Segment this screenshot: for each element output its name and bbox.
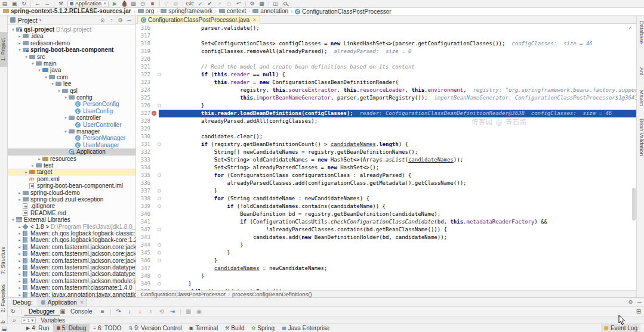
tree-item[interactable]: ▾External Libraries [8,216,136,223]
project-panel-title[interactable]: Project [18,17,38,24]
breakpoint-icon[interactable]: ✓ [152,111,156,116]
tree-item[interactable]: ▸spring-cloud-demo [8,190,136,196]
history-icon[interactable]: ◷ [224,0,234,8]
fold-marker-icon[interactable] [158,282,161,286]
chevron-down-icon[interactable]: ▾ [30,60,36,67]
fold-marker-icon[interactable] [158,243,161,247]
chevron-right-icon[interactable]: ▸ [17,250,23,257]
status-bar-item-javaee[interactable]: ▦Java Enterprise [278,324,333,332]
chevron-down-icon[interactable]: ▾ [56,88,62,94]
editor-breadcrumb-item[interactable]: processConfigBeanDefinitions() [232,291,312,297]
chevron-down-icon[interactable]: ▾ [10,26,16,33]
run-to-cursor-icon[interactable]: ⇥ [167,308,178,315]
status-bar-item-spring[interactable]: ✿Spring [248,324,279,332]
project-structure-icon[interactable]: ▦ [257,0,267,8]
git-update-icon[interactable]: ↙ [196,0,205,8]
attach-debugger-icon[interactable]: ▽ [162,0,171,8]
chevron-right-icon[interactable]: ▸ [17,264,23,271]
tree-item[interactable]: UserManager [8,142,136,148]
tree-item[interactable]: UserConfig [8,108,136,114]
tree-item[interactable]: PersonManager [8,135,136,141]
debug-session-tab[interactable]: Application ✕ [38,299,88,306]
stop-button[interactable]: ■ [148,0,158,8]
drop-frame-icon[interactable]: ⟲ [156,308,167,315]
coverage-button[interactable]: ▨ [129,0,138,8]
restore-layout-icon[interactable]: ⊞ [633,308,644,315]
chevron-down-icon[interactable]: ▾ [63,94,69,101]
fold-marker-icon[interactable] [158,228,161,231]
inspection-status-icon[interactable]: ✓ [628,25,631,30]
chevron-right-icon[interactable]: ▸ [17,190,23,196]
status-bar-item-todo[interactable]: ≡6: TODO [90,324,125,332]
chevron-down-icon[interactable]: ▾ [17,46,23,53]
tree-item[interactable]: ▾spring-boot-bean-component [8,46,136,53]
tree-item[interactable]: ▸spring-cloud-zuul-exception [8,196,136,203]
editor-tab[interactable]: ConfigurationClassPostProcessor.java ✕ [137,15,260,24]
collapse-all-icon[interactable]: ÷ [107,17,116,23]
tree-item[interactable]: ▸resources [8,156,136,162]
status-bar-item-debug[interactable]: 5: Debug [53,324,90,332]
chevron-right-icon[interactable]: ▸ [17,244,23,250]
chevron-right-icon[interactable]: ▸ [17,278,23,284]
fold-marker-icon[interactable] [158,104,161,107]
sync-icon[interactable]: ↻ [19,0,29,8]
tree-item[interactable]: ▸test [8,162,136,169]
breadcrumb-item[interactable]: context [219,8,246,14]
fold-marker-icon[interactable] [158,73,161,76]
status-bar-item-build[interactable]: ⚒Build [221,324,248,332]
chevron-right-icon[interactable]: ▸ [17,40,23,46]
tab-console[interactable]: Console [66,307,97,316]
tree-item[interactable]: spring-boot-bean-component.iml [8,182,136,189]
breadcrumb-item[interactable]: ConfigurationClassPostProcessor [295,8,392,15]
tree-item[interactable]: .gitignore [8,203,136,209]
gear-icon[interactable]: ⚙ [116,17,125,23]
editor-breadcrumb-item[interactable]: ConfigurationClassPostProcessor [141,291,226,297]
chevrons-right-icon[interactable]: » [13,317,16,324]
chevron-down-icon[interactable]: ▾ [63,114,69,121]
rerun-icon[interactable]: ↻ [8,308,19,315]
tree-item[interactable]: ▸Maven: ch.qos.logback:logback-core:1.2.… [8,237,136,243]
forward-icon[interactable]: → [42,0,52,8]
chevron-right-icon[interactable]: ▸ [17,33,23,39]
tree-item[interactable]: ▸Maven: com.fasterxml.jackson.datatype:j… [8,271,136,277]
tool-window-button[interactable]: Bean Validation [637,114,644,160]
locate-file-icon[interactable]: ⊙ [98,17,107,23]
tree-item[interactable]: ▸target [8,169,136,175]
tool-window-button[interactable]: Maven [637,87,644,110]
step-over-icon[interactable]: ↷ [113,308,124,315]
run-button[interactable]: ▶ [110,0,120,8]
step-out-icon[interactable]: ↑ [146,308,156,315]
close-icon[interactable]: ✕ [252,17,257,23]
chevron-down-icon[interactable]: ▾ [23,54,29,60]
fold-marker-icon[interactable] [158,251,161,255]
fold-marker-icon[interactable] [158,197,161,200]
save-icon[interactable]: ▣ [10,0,19,8]
chevron-down-icon[interactable]: ▾ [36,67,42,73]
chevron-right-icon[interactable]: ▸ [36,156,42,162]
tree-item[interactable]: PersonConfig [8,101,136,107]
git-commit-icon[interactable]: ✔ [205,0,215,8]
tree-item[interactable]: ▾lee [8,80,136,87]
tree-item[interactable]: ▸Maven: com.fasterxml.jackson.core:jacks… [8,257,136,264]
breadcrumb-item[interactable]: org [138,8,154,14]
tree-item[interactable]: ▸Maven: javax.annotation:javax.annotatio… [8,291,136,297]
tree-item[interactable]: ▸Maven: com.fasterxml.jackson.module:jac… [8,278,136,284]
evaluate-expression-icon[interactable]: ▦ [183,308,194,315]
open-icon[interactable]: ▤ [0,0,10,8]
tree-item[interactable]: ▾com [8,74,136,80]
tree-item[interactable]: ▸Maven: com.fasterxml.jackson.core:jacks… [8,250,136,257]
tree-item[interactable]: UserController [8,122,136,128]
tree-item[interactable]: ▸.idea [8,33,136,39]
tree-item[interactable]: README.md [8,210,136,216]
status-bar-item-run[interactable]: ▶4: Run [23,324,53,332]
chevron-down-icon[interactable]: ▾ [63,128,69,135]
debug-button[interactable] [122,2,127,7]
hide-panel-icon[interactable]: ─ [125,17,134,23]
back-icon[interactable]: ← [33,0,42,8]
tree-item[interactable]: ▾controller [8,114,136,121]
chevron-down-icon[interactable]: ▾ [50,80,56,87]
tab-debugger[interactable]: Debugger [24,307,60,316]
view-breakpoints-icon[interactable]: ◉ [194,308,205,315]
variables-panel-label[interactable]: Variables [41,317,65,324]
fold-marker-icon[interactable] [158,142,161,146]
